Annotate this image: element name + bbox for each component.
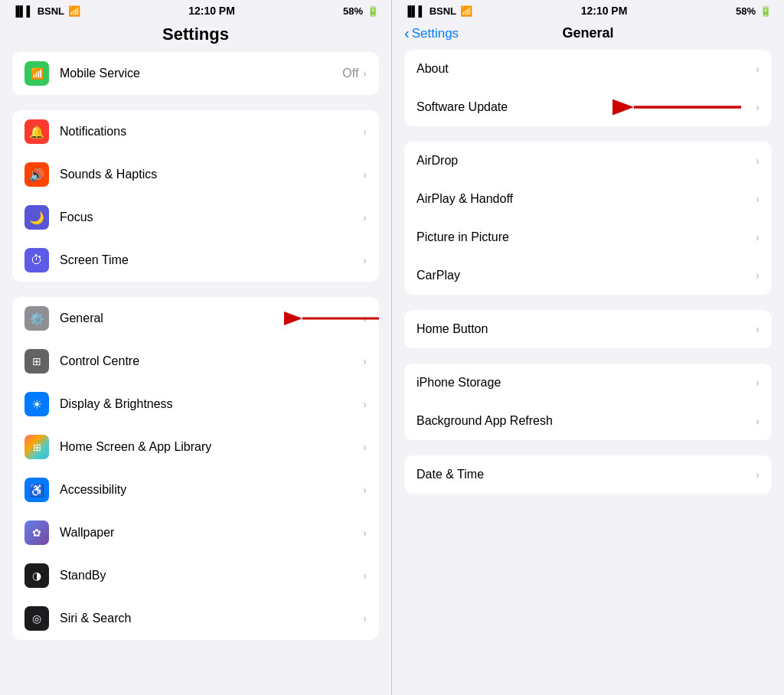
home-screen-icon: ⊞ [24, 435, 49, 459]
airdrop-label: AirDrop [416, 154, 756, 168]
general-chevron: › [363, 312, 367, 325]
sounds-label: Sounds & Haptics [60, 168, 363, 181]
general-section-4: iPhone Storage › Background App Refresh … [404, 364, 772, 440]
status-left-right: ▐▌▌ BSNL 📶 [404, 5, 472, 17]
display-icon: ☀ [24, 392, 49, 416]
picture-in-picture-label: Picture in Picture [416, 230, 756, 244]
notifications-icon: 🔔 [24, 119, 49, 144]
right-panel: ▐▌▌ BSNL 📶 12:10 PM 58% 🔋 ‹ Settings Gen… [392, 0, 784, 695]
signal-icon: ▐▌▌ [12, 5, 34, 17]
accessibility-label: Accessibility [60, 483, 363, 497]
wallpaper-icon: ✿ [24, 520, 49, 545]
about-chevron: › [756, 63, 760, 75]
software-update-row[interactable]: Software Update › [404, 88, 772, 126]
control-centre-label: Control Centre [60, 354, 363, 368]
sounds-row[interactable]: 🔊 Sounds & Haptics › [12, 153, 379, 196]
siri-row[interactable]: ◎ Siri & Search › [12, 597, 379, 640]
settings-section-1: 🔔 Notifications › 🔊 Sounds & Haptics › 🌙… [12, 110, 379, 282]
page-title-right: General [562, 25, 613, 41]
home-button-chevron: › [756, 323, 760, 335]
settings-section-2: ⚙️ General › ⊞ Control C [12, 297, 379, 640]
control-centre-icon: ⊞ [24, 349, 49, 374]
airplay-handoff-chevron: › [756, 193, 760, 205]
display-chevron: › [363, 398, 367, 410]
date-time-chevron: › [756, 468, 760, 481]
background-app-refresh-chevron: › [756, 415, 760, 427]
date-time-row[interactable]: Date & Time › [404, 455, 772, 494]
carplay-label: CarPlay [416, 269, 756, 282]
nav-header-right: ‹ Settings General [392, 20, 784, 50]
sounds-chevron: › [363, 168, 367, 181]
mobile-service-icon: 📶 [24, 61, 49, 86]
general-row[interactable]: ⚙️ General › [12, 297, 379, 340]
display-row[interactable]: ☀ Display & Brightness › [12, 383, 379, 426]
airdrop-chevron: › [756, 155, 760, 167]
accessibility-row[interactable]: ♿ Accessibility › [12, 468, 379, 511]
focus-icon: 🌙 [24, 205, 49, 230]
wifi-icon-left: 📶 [68, 5, 80, 17]
status-bar-right: ▐▌▌ BSNL 📶 12:10 PM 58% 🔋 [392, 0, 784, 20]
about-label: About [416, 62, 756, 76]
accessibility-chevron: › [363, 484, 367, 496]
standby-row[interactable]: ◑ StandBy › [12, 554, 379, 597]
about-row[interactable]: About › [404, 50, 772, 88]
focus-label: Focus [60, 210, 363, 224]
siri-icon: ◎ [24, 606, 49, 631]
mobile-service-section: 📶 Mobile Service Off › [12, 52, 379, 95]
focus-row[interactable]: 🌙 Focus › [12, 196, 379, 239]
background-app-refresh-label: Background App Refresh [416, 414, 756, 428]
carplay-row[interactable]: CarPlay › [404, 256, 772, 295]
focus-chevron: › [363, 211, 367, 224]
carrier-left: BSNL [38, 5, 64, 17]
general-section-2: AirDrop › AirPlay & Handoff › Picture in… [404, 142, 772, 295]
software-update-label: Software Update [416, 100, 756, 114]
battery-icon-right: 🔋 [760, 5, 772, 17]
picture-in-picture-row[interactable]: Picture in Picture › [404, 218, 772, 256]
mobile-service-icon-glyph: 📶 [31, 67, 44, 80]
iphone-storage-label: iPhone Storage [416, 376, 756, 390]
standby-icon: ◑ [24, 563, 49, 588]
back-button[interactable]: ‹ Settings [404, 24, 459, 42]
battery-icon-left: 🔋 [367, 5, 379, 17]
home-screen-row[interactable]: ⊞ Home Screen & App Library › [12, 426, 379, 468]
home-button-row[interactable]: Home Button › [404, 310, 772, 348]
status-right-right: 58% 🔋 [736, 5, 772, 17]
general-label: General [60, 312, 363, 325]
back-chevron-icon: ‹ [404, 24, 410, 42]
general-icon: ⚙️ [24, 306, 49, 331]
airplay-handoff-label: AirPlay & Handoff [416, 192, 756, 206]
scroll-area-right[interactable]: About › Software Update › [392, 50, 784, 695]
general-section-5: Date & Time › [404, 455, 772, 494]
carrier-right: BSNL [430, 5, 456, 17]
airdrop-row[interactable]: AirDrop › [404, 142, 772, 180]
carplay-chevron: › [756, 269, 760, 282]
screen-time-icon: ⏱ [24, 248, 49, 272]
home-screen-label: Home Screen & App Library [60, 440, 363, 454]
date-time-label: Date & Time [416, 468, 756, 481]
status-bar-left: ▐▌▌ BSNL 📶 12:10 PM 58% 🔋 [0, 0, 391, 20]
mobile-service-row[interactable]: 📶 Mobile Service Off › [12, 52, 379, 95]
back-label: Settings [412, 26, 459, 41]
notifications-row[interactable]: 🔔 Notifications › [12, 110, 379, 153]
mobile-service-chevron: › [363, 67, 367, 80]
sounds-icon: 🔊 [24, 162, 49, 187]
screen-time-row[interactable]: ⏱ Screen Time › [12, 239, 379, 282]
iphone-storage-row[interactable]: iPhone Storage › [404, 364, 772, 402]
scroll-area-left[interactable]: 📶 Mobile Service Off › 🔔 Notifications ›… [0, 52, 391, 695]
iphone-storage-chevron: › [756, 377, 760, 389]
page-title-left: Settings [0, 20, 391, 52]
accessibility-icon: ♿ [24, 478, 49, 502]
home-button-label: Home Button [416, 322, 756, 336]
wallpaper-row[interactable]: ✿ Wallpaper › [12, 511, 379, 554]
control-centre-row[interactable]: ⊞ Control Centre › [12, 340, 379, 383]
control-centre-chevron: › [363, 355, 367, 367]
time-left: 12:10 PM [188, 5, 235, 17]
display-label: Display & Brightness [60, 397, 363, 411]
airplay-handoff-row[interactable]: AirPlay & Handoff › [404, 180, 772, 218]
general-section-3: Home Button › [404, 310, 772, 348]
background-app-refresh-row[interactable]: Background App Refresh › [404, 402, 772, 440]
notifications-chevron: › [363, 126, 367, 138]
screen-time-chevron: › [363, 254, 367, 266]
home-screen-chevron: › [363, 441, 367, 453]
wifi-icon-right: 📶 [460, 5, 472, 17]
